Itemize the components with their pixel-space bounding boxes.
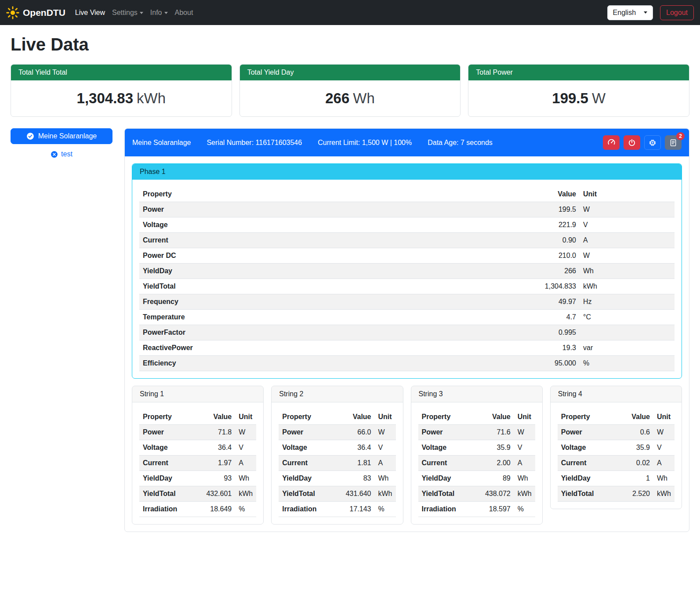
column-header-value: Value xyxy=(342,409,375,425)
value-cell: 18.597 xyxy=(482,502,514,517)
value-cell: 0.02 xyxy=(622,456,653,471)
total-yield-day-card: Total Yield Day 266Wh xyxy=(239,64,461,117)
value-cell: 36.4 xyxy=(342,440,375,456)
table-row: Current2.00A xyxy=(418,456,535,471)
property-cell: Current xyxy=(139,233,527,248)
card-value: 1,304.83 xyxy=(77,90,133,106)
property-cell: Irradiation xyxy=(418,502,482,517)
nav-live-view[interactable]: Live View xyxy=(72,5,109,20)
value-cell: 1.97 xyxy=(203,456,235,471)
column-header-unit: Unit xyxy=(235,409,256,425)
table-row: Temperature4.7°C xyxy=(139,310,675,325)
inverter-select-button[interactable]: Meine Solaranlage xyxy=(11,128,112,144)
language-select-value: English xyxy=(613,9,636,17)
column-header-property: Property xyxy=(139,187,527,202)
total-power-card: Total Power 199.5W xyxy=(468,64,689,117)
column-header-property: Property xyxy=(139,409,203,425)
property-cell: Power xyxy=(558,425,622,440)
phase-table: Property Value Unit Power199.5WVoltage22… xyxy=(139,187,675,371)
power-icon xyxy=(628,139,636,147)
property-cell: YieldDay xyxy=(558,471,622,486)
column-header-unit: Unit xyxy=(580,187,675,202)
check-circle-icon xyxy=(26,132,34,140)
power-control-button[interactable] xyxy=(624,135,640,150)
device-info-button[interactable] xyxy=(644,135,661,150)
unit-cell: W xyxy=(653,425,675,440)
table-row: YieldTotal438.072kWh xyxy=(418,486,535,502)
table-row: Current0.02A xyxy=(558,456,675,471)
value-cell: 66.0 xyxy=(342,425,375,440)
event-log-button[interactable]: 2 xyxy=(665,135,682,150)
property-cell: Current xyxy=(558,456,622,471)
property-cell: Irradiation xyxy=(139,502,203,517)
value-cell: 438.072 xyxy=(482,486,514,502)
column-header-value: Value xyxy=(203,409,235,425)
value-cell: 35.9 xyxy=(482,440,514,456)
nav-settings-dropdown[interactable]: Settings xyxy=(109,5,147,20)
property-cell: YieldDay xyxy=(418,471,482,486)
value-cell: 49.97 xyxy=(527,294,580,310)
language-select[interactable]: English xyxy=(607,5,653,20)
value-cell: 210.0 xyxy=(527,248,580,264)
unit-cell: Wh xyxy=(375,471,396,486)
unit-cell: V xyxy=(375,440,396,456)
unit-cell: V xyxy=(580,217,675,233)
inverter-card: Meine Solaranlage Serial Number: 1161716… xyxy=(124,128,689,532)
table-row: Voltage36.4V xyxy=(279,440,395,456)
nav-info-dropdown[interactable]: Info xyxy=(147,5,171,20)
summary-cards-row: Total Yield Total 1,304.83kWh Total Yiel… xyxy=(11,64,689,117)
value-cell: 17.143 xyxy=(342,502,375,517)
unit-cell: var xyxy=(580,340,675,356)
nav-about-label: About xyxy=(175,9,193,16)
table-row: Power DC210.0W xyxy=(139,248,675,264)
string-title: String 1 xyxy=(132,386,263,402)
card-title: Total Yield Total xyxy=(11,65,232,80)
property-cell: Power xyxy=(139,425,203,440)
column-header-property: Property xyxy=(418,409,482,425)
table-row: YieldDay1Wh xyxy=(558,471,675,486)
property-cell: Power xyxy=(418,425,482,440)
property-cell: YieldDay xyxy=(139,264,527,279)
phase-1-card: Phase 1 Property Value Unit Power199.5WV… xyxy=(132,163,682,379)
string-title: String 3 xyxy=(411,386,542,402)
table-row: Voltage221.9V xyxy=(139,217,675,233)
unit-cell: % xyxy=(580,356,675,371)
unit-cell: % xyxy=(375,502,396,517)
unit-cell: kWh xyxy=(580,279,675,294)
nav-about[interactable]: About xyxy=(171,5,197,20)
nav-live-view-label: Live View xyxy=(75,9,105,16)
chevron-down-icon xyxy=(644,11,647,14)
unit-cell: °C xyxy=(580,310,675,325)
logout-button[interactable]: Logout xyxy=(660,5,694,20)
table-row: YieldDay89Wh xyxy=(418,471,535,486)
table-row: Voltage35.9V xyxy=(558,440,675,456)
string-2-card: String 2 Property Value Unit Power66.0WV… xyxy=(271,386,403,525)
brand-link[interactable]: OpenDTU xyxy=(6,6,65,19)
cpu-chip-icon xyxy=(649,139,656,147)
property-cell: Voltage xyxy=(139,217,527,233)
inverter-limit: Current Limit: 1,500 W | 100% xyxy=(318,139,412,147)
unit-cell: A xyxy=(653,456,675,471)
value-cell: 71.6 xyxy=(482,425,514,440)
table-row: YieldTotal432.601kWh xyxy=(139,486,256,502)
brand-text: OpenDTU xyxy=(23,7,65,18)
limit-settings-button[interactable] xyxy=(603,135,620,150)
unit-cell: V xyxy=(235,440,256,456)
table-row: YieldTotal1,304.833kWh xyxy=(139,279,675,294)
unit-cell: kWh xyxy=(653,486,675,502)
value-cell: 1 xyxy=(622,471,653,486)
inverter-selector-column: Meine Solaranlage test xyxy=(11,128,112,158)
chevron-down-icon xyxy=(164,12,168,14)
unit-cell: A xyxy=(514,456,535,471)
value-cell: 83 xyxy=(342,471,375,486)
inverter-select-label: Meine Solaranlage xyxy=(38,132,97,140)
property-cell: Temperature xyxy=(139,310,527,325)
table-row: Irradiation18.597% xyxy=(418,502,535,517)
inverter-test-link[interactable]: test xyxy=(11,150,112,158)
column-header-unit: Unit xyxy=(375,409,396,425)
column-header-unit: Unit xyxy=(653,409,675,425)
property-cell: YieldTotal xyxy=(558,486,622,502)
table-row: Power0.6W xyxy=(558,425,675,440)
navbar: OpenDTU Live View Settings Info About En… xyxy=(0,0,700,25)
card-value: 199.5 xyxy=(552,90,588,106)
